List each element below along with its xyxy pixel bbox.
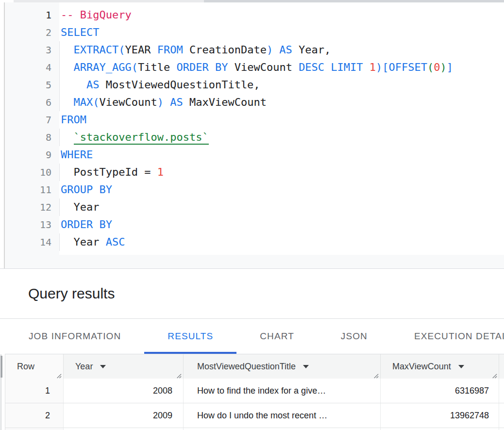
indent-guide [59, 41, 60, 59]
indent-guide [59, 76, 60, 94]
line-number: 1 [5, 6, 59, 24]
results-table: RowYearMostViewedQuestionTitleMaxViewCou… [5, 354, 504, 430]
code-line: -- BigQuery [59, 6, 504, 24]
tab-job-information[interactable]: JOB INFORMATION [5, 319, 144, 354]
code-line: PostTypeId = 1 [59, 164, 504, 181]
cell-filler [499, 403, 504, 428]
cell-max [381, 428, 499, 430]
indent-guide [59, 198, 60, 216]
code-line: WHERE [59, 146, 504, 164]
tab-execution-details[interactable]: EXECUTION DETAILS [391, 319, 504, 354]
cell-year [64, 428, 184, 430]
tab-chart[interactable]: CHART [236, 319, 318, 354]
cell-row [5, 428, 64, 430]
bigquery-query-screen: 1234567891011121314 -- BigQuerySELECT EX… [0, 0, 504, 430]
indent-guide [59, 94, 60, 111]
cell-row: 2 [5, 403, 64, 428]
tab-results[interactable]: RESULTS [144, 319, 236, 354]
page-title: Query results [0, 285, 115, 302]
indent-guide [59, 129, 60, 146]
code-line: EXTRACT(YEAR FROM CreationDate) AS Year, [59, 41, 504, 59]
line-number: 13 [5, 216, 59, 233]
table-row: 22009How do I undo the most recent …1396… [5, 403, 504, 428]
sql-editor[interactable]: 1234567891011121314 -- BigQuerySELECT EX… [4, 2, 504, 268]
code-line: Year ASC [59, 233, 504, 251]
cell-year: 2009 [64, 403, 184, 428]
line-number: 14 [5, 233, 59, 251]
table-body: 12008How to find the index for a give…63… [5, 379, 504, 430]
cell-title [184, 428, 381, 430]
column-label-max: MaxViewCount [392, 362, 451, 372]
code-line: ORDER BY [59, 216, 504, 233]
column-resize-grip-icon[interactable] [175, 371, 182, 377]
column-resize-grip-icon[interactable] [55, 371, 62, 377]
line-number: 6 [5, 94, 59, 111]
code-line: MAX(ViewCount) AS MaxViewCount [59, 94, 504, 111]
editor-code-column[interactable]: -- BigQuerySELECT EXTRACT(YEAR FROM Crea… [59, 2, 504, 268]
column-header-max[interactable]: MaxViewCount [381, 354, 499, 379]
code-line: SELECT [59, 24, 504, 41]
column-header-year[interactable]: Year [64, 354, 184, 379]
table-row [5, 428, 504, 430]
editor-code[interactable]: -- BigQuerySELECT EXTRACT(YEAR FROM Crea… [59, 2, 504, 255]
column-resize-grip-icon[interactable] [372, 371, 379, 377]
line-number: 8 [5, 129, 59, 146]
table-header-row: RowYearMostViewedQuestionTitleMaxViewCou… [5, 354, 504, 379]
code-line: AS MostViewedQuestionTitle, [59, 76, 504, 94]
code-line: FROM [59, 111, 504, 129]
line-number: 12 [5, 198, 59, 216]
cell-row: 1 [5, 379, 64, 403]
column-label-title: MostViewedQuestionTitle [197, 362, 296, 372]
vertical-scrollbar-thumb[interactable] [0, 356, 2, 378]
table-row: 12008How to find the index for a give…63… [5, 379, 504, 403]
code-line: Year [59, 198, 504, 216]
column-header-filler [499, 354, 504, 379]
cell-max: 6316987 [381, 379, 499, 403]
editor-gutter: 1234567891011121314 [5, 2, 59, 268]
line-number: 11 [5, 181, 59, 198]
code-line: GROUP BY [59, 181, 504, 198]
code-line: ARRAY_AGG(Title ORDER BY ViewCount DESC … [59, 59, 504, 76]
code-line: `stackoverflow.posts` [59, 129, 504, 146]
column-label-row: Row [17, 362, 34, 372]
query-results-header: Query results [0, 269, 504, 318]
cell-title: How do I undo the most recent … [184, 403, 381, 428]
sort-dropdown-icon[interactable] [100, 365, 106, 368]
line-number: 5 [5, 76, 59, 94]
line-number: 10 [5, 164, 59, 181]
indent-guide [59, 164, 60, 181]
tab-json[interactable]: JSON [318, 319, 391, 354]
column-label-year: Year [75, 362, 93, 372]
indent-guide [59, 59, 60, 76]
sort-dropdown-icon[interactable] [303, 365, 309, 368]
line-number: 7 [5, 111, 59, 129]
cell-filler [499, 379, 504, 403]
line-number: 2 [5, 24, 59, 41]
column-header-title[interactable]: MostViewedQuestionTitle [184, 354, 381, 379]
line-number: 9 [5, 146, 59, 164]
cell-max: 13962748 [381, 403, 499, 428]
column-resize-grip-icon[interactable] [491, 371, 497, 377]
line-number: 4 [5, 59, 59, 76]
column-header-row: Row [5, 354, 64, 379]
cell-title: How to find the index for a give… [184, 379, 381, 403]
results-tabs: JOB INFORMATIONRESULTSCHARTJSONEXECUTION… [0, 319, 504, 354]
cell-year: 2008 [64, 379, 184, 403]
line-number: 3 [5, 41, 59, 59]
sort-dropdown-icon[interactable] [458, 365, 464, 368]
indent-guide [59, 233, 60, 251]
cell-filler [499, 428, 504, 430]
